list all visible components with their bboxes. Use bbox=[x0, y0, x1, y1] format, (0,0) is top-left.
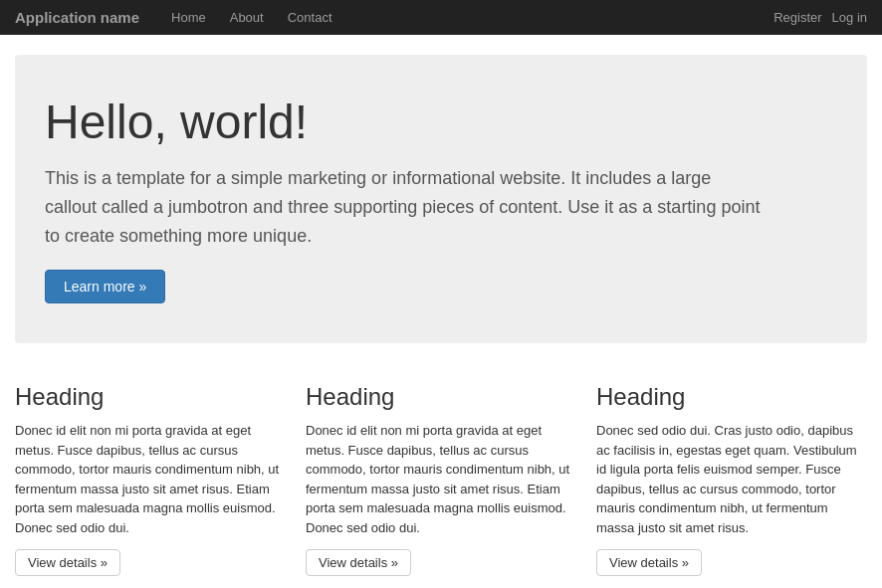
login-link[interactable]: Log in bbox=[832, 10, 867, 25]
column-3: Heading Donec sed odio dui. Cras justo o… bbox=[596, 383, 867, 576]
nav-link-home[interactable]: Home bbox=[159, 0, 218, 35]
col3-heading: Heading bbox=[596, 383, 867, 411]
learn-more-button[interactable]: Learn more » bbox=[45, 270, 165, 303]
jumbotron-description: This is a template for a simple marketin… bbox=[45, 164, 762, 250]
col3-view-details-button[interactable]: View details » bbox=[596, 549, 702, 576]
nav-link-contact[interactable]: Contact bbox=[276, 0, 344, 35]
nav-link-about[interactable]: About bbox=[218, 0, 276, 35]
navbar: Application name Home About Contact Regi… bbox=[0, 0, 882, 35]
main-content: Heading Donec id elit non mi porta gravi… bbox=[0, 363, 882, 588]
col2-heading: Heading bbox=[306, 383, 576, 411]
nav-item-home: Home bbox=[159, 0, 218, 35]
col1-heading: Heading bbox=[15, 383, 286, 411]
col1-body: Donec id elit non mi porta gravida at eg… bbox=[15, 421, 286, 537]
navbar-right: Register Log in bbox=[773, 10, 867, 25]
nav-item-contact: Contact bbox=[276, 0, 344, 35]
jumbotron: Hello, world! This is a template for a s… bbox=[15, 55, 867, 343]
jumbotron-heading: Hello, world! bbox=[45, 95, 837, 149]
column-1: Heading Donec id elit non mi porta gravi… bbox=[15, 383, 286, 576]
column-2: Heading Donec id elit non mi porta gravi… bbox=[306, 383, 576, 576]
navbar-brand[interactable]: Application name bbox=[15, 9, 139, 26]
col2-body: Donec id elit non mi porta gravida at eg… bbox=[306, 421, 576, 537]
col3-body: Donec sed odio dui. Cras justo odio, dap… bbox=[596, 421, 867, 537]
nav-item-about: About bbox=[218, 0, 276, 35]
col2-view-details-button[interactable]: View details » bbox=[306, 549, 411, 576]
col1-view-details-button[interactable]: View details » bbox=[15, 549, 120, 576]
register-link[interactable]: Register bbox=[773, 10, 821, 25]
navbar-nav: Home About Contact bbox=[159, 0, 773, 35]
